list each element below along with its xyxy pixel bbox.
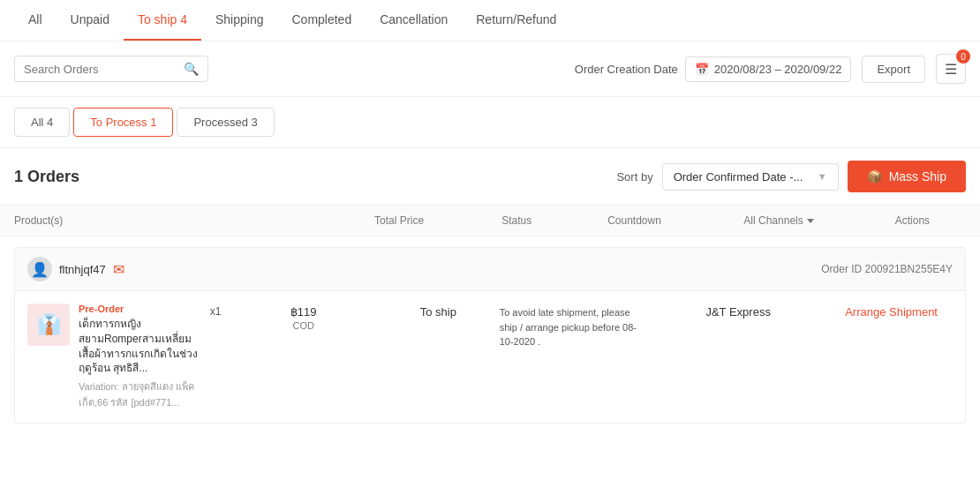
product-variation: Variation: ลายจุดสีแดง แพ็คเก็ต,66 รหัส …	[79, 379, 201, 410]
payment-method: COD	[230, 320, 376, 331]
sort-select[interactable]: Order Confirmed Date -... ▼	[662, 163, 839, 191]
tab-returnrefund[interactable]: Return/Refund	[462, 0, 570, 41]
orders-count: 1 Orders	[14, 168, 616, 186]
col-header-status: Status	[464, 214, 570, 227]
countdown-column: To avoid late shipment, please ship / ar…	[500, 304, 646, 349]
channel-column: J&T Express	[646, 304, 830, 319]
chevron-down-icon: ▼	[818, 171, 827, 182]
arrange-shipment-link[interactable]: Arrange Shipment	[845, 305, 938, 319]
calendar-icon: 📅	[695, 63, 709, 76]
col-header-channels[interactable]: All Channels	[698, 214, 859, 227]
table-header: Product(s) Total Price Status Countdown …	[0, 205, 980, 236]
search-icon: 🔍	[184, 62, 199, 76]
status-value: To ship	[377, 305, 500, 319]
filter-icon-button[interactable]: ☰ 0	[936, 54, 966, 84]
message-icon[interactable]: ✉	[113, 261, 124, 278]
tab-completed[interactable]: Completed	[277, 0, 366, 41]
order-card: 👤 fltnhjqf47 ✉ Order ID 200921BN255E4Y 👔…	[14, 247, 966, 424]
search-box[interactable]: 🔍	[14, 56, 208, 82]
channels-chevron-icon	[807, 219, 814, 223]
date-range-value: 2020/08/23 – 2020/09/22	[714, 63, 842, 76]
search-input[interactable]	[24, 63, 178, 76]
sub-tab-bar: All 4 To Process 1 Processed 3	[0, 97, 980, 148]
avatar: 👤	[27, 257, 52, 281]
col-header-products: Product(s)	[14, 214, 335, 227]
sort-label: Sort by	[616, 170, 652, 184]
ship-icon: 📦	[867, 169, 882, 184]
status-column: To ship	[377, 304, 500, 319]
sort-value: Order Confirmed Date -...	[674, 170, 803, 184]
hamburger-icon: ☰	[945, 61, 957, 78]
tab-unpaid[interactable]: Unpaid	[57, 0, 124, 41]
product-info: Pre-Order เด็กทารกหญิง สยามRomperสามเหลี…	[79, 304, 201, 410]
product-qty: x1	[210, 304, 222, 318]
tab-bar: All Unpaid To ship 4 Shipping Completed …	[0, 0, 980, 41]
order-row: 👔 Pre-Order เด็กทารกหญิง สยามRomperสามเห…	[15, 291, 965, 423]
username: fltnhjqf47	[59, 263, 106, 276]
filter-bar: 🔍 Order Creation Date 📅 2020/08/23 – 202…	[0, 41, 980, 97]
mass-ship-label: Mass Ship	[889, 169, 946, 184]
filter-badge: 0	[956, 49, 970, 64]
mass-ship-button[interactable]: 📦 Mass Ship	[848, 161, 966, 192]
sub-tab-toprocess[interactable]: To Process 1	[73, 108, 173, 137]
tab-shipping[interactable]: Shipping	[201, 0, 278, 41]
date-filter: Order Creation Date 📅 2020/08/23 – 2020/…	[575, 56, 852, 82]
order-card-header: 👤 fltnhjqf47 ✉ Order ID 200921BN255E4Y	[15, 248, 965, 291]
tab-toship[interactable]: To ship 4	[124, 0, 201, 41]
price-column: ฿119 COD	[230, 304, 376, 331]
channels-label: All Channels	[743, 214, 803, 227]
tab-all[interactable]: All	[14, 0, 57, 41]
actions-column: Arrange Shipment	[830, 304, 953, 319]
pre-order-badge: Pre-Order	[79, 304, 201, 314]
date-range-picker[interactable]: 📅 2020/08/23 – 2020/09/22	[685, 56, 852, 82]
countdown-text: To avoid late shipment, please ship / ar…	[500, 305, 646, 349]
orders-header: 1 Orders Sort by Order Confirmed Date -.…	[0, 148, 980, 205]
col-header-actions: Actions	[859, 214, 966, 227]
date-filter-label: Order Creation Date	[575, 63, 678, 76]
col-header-countdown: Countdown	[570, 214, 698, 227]
sub-tab-all[interactable]: All 4	[14, 108, 70, 137]
col-header-price: Total Price	[335, 214, 463, 227]
tab-cancellation[interactable]: Cancellation	[366, 0, 462, 41]
product-image: 👔	[27, 304, 70, 346]
export-button[interactable]: Export	[862, 56, 925, 83]
price-value: ฿119	[230, 305, 376, 319]
sub-tab-processed[interactable]: Processed 3	[177, 108, 274, 137]
sort-bar: Sort by Order Confirmed Date -... ▼ 📦 Ma…	[616, 161, 966, 192]
order-id: Order ID 200921BN255E4Y	[821, 263, 953, 275]
product-name: เด็กทารกหญิง สยามRomperสามเหลี่ยม เสื้อผ…	[79, 317, 201, 376]
